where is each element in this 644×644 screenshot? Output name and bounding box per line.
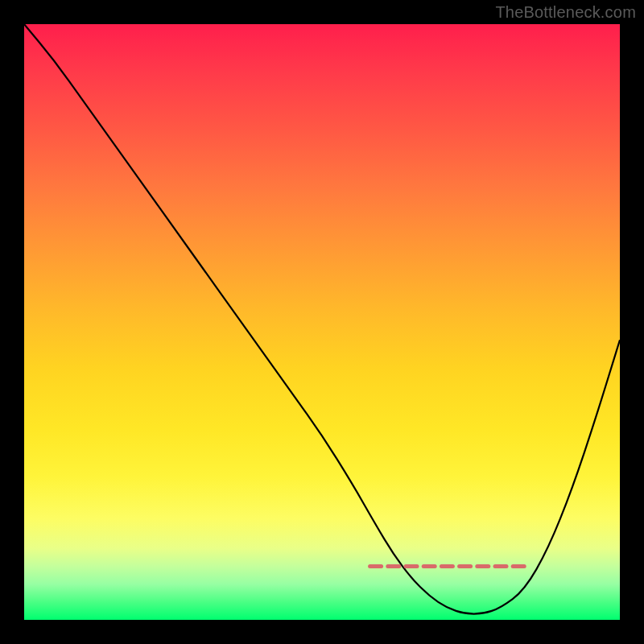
- bottleneck-curve: [24, 24, 620, 614]
- watermark-text: TheBottleneck.com: [495, 3, 636, 22]
- plot-area: [24, 24, 620, 620]
- chart-container: TheBottleneck.com: [0, 0, 644, 644]
- curve-layer: [24, 24, 620, 620]
